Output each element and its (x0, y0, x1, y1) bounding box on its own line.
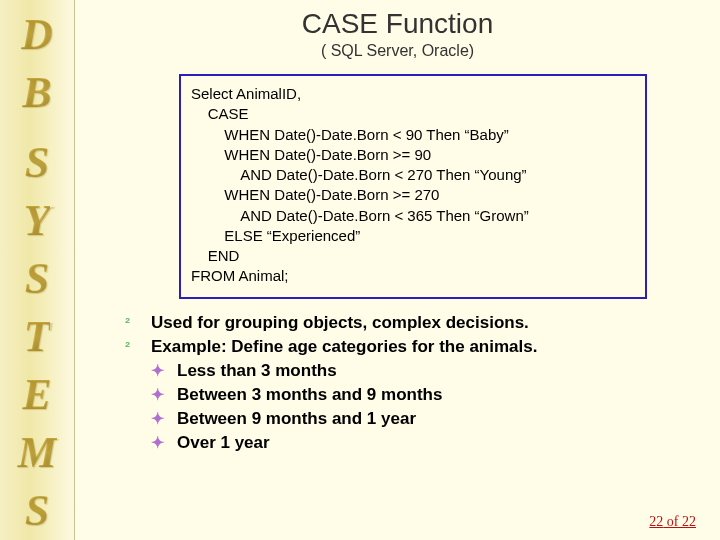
bullet-l2: ✦ Between 3 months and 9 months (151, 385, 692, 405)
bullet-l1: ² Used for grouping objects, complex dec… (125, 313, 692, 333)
sidebar-letter: S (25, 134, 49, 192)
sidebar: D B S Y S T E M S (0, 0, 75, 540)
bullet-l2: ✦ Less than 3 months (151, 361, 692, 381)
bullet-mark-l1: ² (125, 338, 141, 355)
bullet-list: ² Used for grouping objects, complex dec… (125, 313, 692, 453)
bullet-text: Less than 3 months (177, 361, 337, 381)
sidebar-letter: Y (24, 192, 51, 250)
slide-content: CASE Function ( SQL Server, Oracle) Sele… (75, 0, 720, 540)
bullet-text: Between 3 months and 9 months (177, 385, 442, 405)
page-total: 22 (682, 514, 696, 529)
bullet-text: Example: Define age categories for the a… (151, 337, 537, 357)
sidebar-letter: E (22, 366, 51, 424)
bullet-text: Over 1 year (177, 433, 270, 453)
bullet-mark-l2: ✦ (151, 433, 167, 452)
slide-subtitle: ( SQL Server, Oracle) (103, 42, 692, 60)
slide-title: CASE Function (103, 8, 692, 40)
page-footer: 22 of 22 (649, 514, 696, 530)
sidebar-letter: S (25, 482, 49, 540)
bullet-l2: ✦ Over 1 year (151, 433, 692, 453)
page-of: of (663, 514, 682, 529)
bullet-text: Used for grouping objects, complex decis… (151, 313, 529, 333)
bullet-mark-l2: ✦ (151, 361, 167, 380)
code-text: Select AnimalID, CASE WHEN Date()-Date.B… (191, 84, 635, 287)
sidebar-letter: M (17, 424, 56, 482)
bullet-mark-l2: ✦ (151, 385, 167, 404)
sidebar-letter: S (25, 250, 49, 308)
sidebar-letter: B (22, 64, 51, 122)
bullet-text: Between 9 months and 1 year (177, 409, 416, 429)
bullet-l1: ² Example: Define age categories for the… (125, 337, 692, 357)
bullet-mark-l2: ✦ (151, 409, 167, 428)
code-box: Select AnimalID, CASE WHEN Date()-Date.B… (179, 74, 647, 299)
bullet-mark-l1: ² (125, 314, 141, 331)
page-current: 22 (649, 514, 663, 529)
sidebar-letter: T (24, 308, 51, 366)
bullet-l2: ✦ Between 9 months and 1 year (151, 409, 692, 429)
sidebar-letter: D (21, 6, 53, 64)
